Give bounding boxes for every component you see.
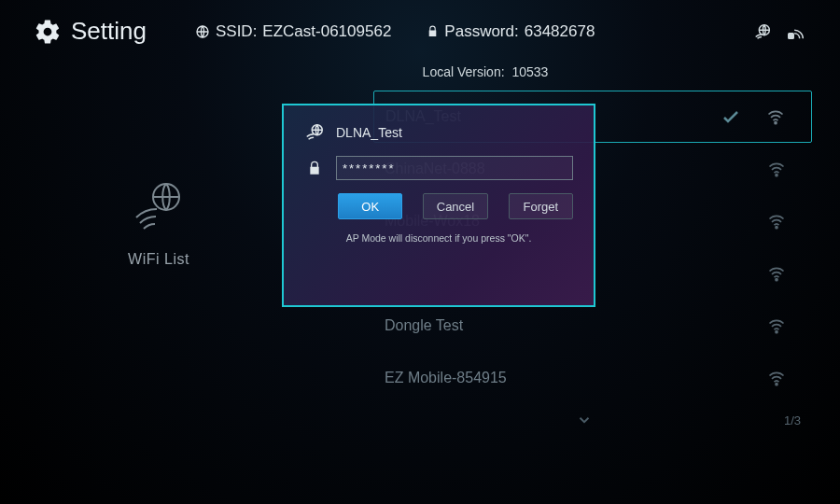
svg-point-4 [775,122,777,124]
ssid-label: SSID: [216,22,257,41]
network-item[interactable]: Dongle Test [373,300,812,352]
check-icon [720,105,766,128]
svg-rect-2 [789,33,794,38]
cast-status-icon [786,21,806,42]
wifi-list-panel[interactable]: WiFi List [103,175,215,268]
lock-icon [304,161,325,175]
wifi-signal-icon [766,107,800,126]
wifi-globe-large-icon [129,175,189,234]
cancel-button[interactable]: Cancel [423,193,487,219]
password-label: Password: [444,22,518,41]
wifi-globe-icon [304,122,325,143]
svg-point-9 [776,384,777,385]
version-value: 10533 [511,64,548,79]
version-label: Local Version: [423,64,505,79]
internet-status-icon [752,21,773,42]
ssid-field: SSID: EZCast-06109562 [195,22,391,41]
network-name: EZ Mobile-854915 [385,370,767,386]
network-name: Dongle Test [385,317,767,334]
gear-icon [34,18,62,46]
local-version: Local Version: 10533 [0,64,840,79]
wifi-signal-icon [767,212,801,231]
wifi-signal-icon [767,369,801,387]
svg-point-5 [776,175,777,176]
wifi-password-dialog: DLNA_Test OK Cancel Forget AP Mode will … [282,104,595,307]
wifi-list-label: WiFi List [103,251,215,268]
svg-point-6 [776,227,777,229]
header-status-icons [752,21,806,42]
wifi-globe-icon [195,24,210,39]
network-item[interactable]: EZ Mobile-854915 [373,352,812,404]
header-bar: Setting SSID: EZCast-06109562 Password: … [0,0,840,55]
wifi-password-input[interactable] [336,156,573,180]
password-value: 63482678 [525,22,595,41]
lock-icon [427,25,439,37]
wifi-signal-icon [767,160,801,178]
page-indicator: 1/3 [784,413,801,427]
wifi-signal-icon [767,316,801,335]
password-field: Password: 63482678 [427,22,595,41]
ok-button[interactable]: OK [338,193,402,219]
ssid-value: EZCast-06109562 [262,22,391,41]
forget-button[interactable]: Forget [509,193,573,219]
dialog-network-name: DLNA_Test [336,125,402,140]
dialog-note: AP Mode will disconnect if you press "OK… [304,232,573,244]
title-group: Setting [34,17,147,46]
svg-point-8 [776,331,777,333]
svg-point-7 [776,279,777,281]
wifi-signal-icon [767,264,801,283]
page-title: Setting [71,17,147,46]
chevron-down-icon[interactable] [572,412,596,428]
